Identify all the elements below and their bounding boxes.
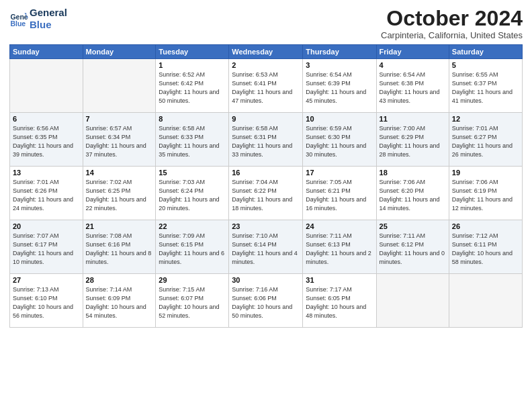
day-number: 3	[306, 61, 373, 69]
day-number: 11	[380, 115, 446, 123]
week-row: 6Sunrise: 6:56 AM Sunset: 6:35 PM Daylig…	[10, 113, 523, 167]
day-number: 23	[232, 222, 300, 230]
day-info: Sunrise: 7:04 AM Sunset: 6:22 PM Dayligh…	[232, 178, 300, 213]
day-number: 30	[232, 276, 300, 284]
day-number: 22	[159, 222, 226, 230]
day-cell: 6Sunrise: 6:56 AM Sunset: 6:35 PM Daylig…	[10, 113, 83, 167]
day-cell: 16Sunrise: 7:04 AM Sunset: 6:22 PM Dayli…	[229, 167, 303, 220]
day-info: Sunrise: 6:54 AM Sunset: 6:39 PM Dayligh…	[306, 71, 373, 105]
day-cell: 18Sunrise: 7:06 AM Sunset: 6:20 PM Dayli…	[376, 167, 449, 220]
page: General Blue General Blue October 2024 C…	[0, 0, 532, 411]
day-info: Sunrise: 7:08 AM Sunset: 6:16 PM Dayligh…	[86, 232, 153, 267]
day-cell: 5Sunrise: 6:55 AM Sunset: 6:37 PM Daylig…	[449, 59, 522, 113]
day-number: 6	[13, 115, 80, 123]
day-cell: 29Sunrise: 7:15 AM Sunset: 6:07 PM Dayli…	[156, 274, 229, 328]
day-number: 29	[159, 276, 226, 284]
header-row: SundayMondayTuesdayWednesdayThursdayFrid…	[10, 45, 523, 59]
day-info: Sunrise: 7:11 AM Sunset: 6:13 PM Dayligh…	[306, 232, 373, 267]
day-cell: 21Sunrise: 7:08 AM Sunset: 6:16 PM Dayli…	[83, 220, 156, 274]
day-header: Tuesday	[156, 45, 229, 59]
svg-text:Blue: Blue	[10, 19, 26, 28]
day-cell: 14Sunrise: 7:02 AM Sunset: 6:25 PM Dayli…	[83, 167, 156, 220]
day-header: Thursday	[303, 45, 376, 59]
calendar-table: SundayMondayTuesdayWednesdayThursdayFrid…	[9, 44, 523, 328]
day-info: Sunrise: 7:09 AM Sunset: 6:15 PM Dayligh…	[159, 232, 226, 267]
day-number: 1	[159, 61, 226, 69]
day-cell: 28Sunrise: 7:14 AM Sunset: 6:09 PM Dayli…	[83, 274, 156, 328]
day-info: Sunrise: 6:58 AM Sunset: 6:31 PM Dayligh…	[232, 124, 300, 159]
day-header: Sunday	[10, 45, 83, 59]
day-number: 16	[232, 169, 300, 177]
day-cell: 2Sunrise: 6:53 AM Sunset: 6:41 PM Daylig…	[229, 59, 303, 113]
day-number: 26	[452, 222, 519, 230]
day-info: Sunrise: 7:05 AM Sunset: 6:21 PM Dayligh…	[306, 178, 373, 213]
title-block: October 2024 Carpinteria, California, Un…	[381, 7, 523, 40]
day-info: Sunrise: 6:52 AM Sunset: 6:42 PM Dayligh…	[159, 71, 226, 105]
day-number: 5	[452, 61, 519, 69]
day-number: 19	[452, 169, 519, 177]
day-number: 25	[380, 222, 446, 230]
day-cell	[10, 59, 83, 113]
day-cell: 7Sunrise: 6:57 AM Sunset: 6:34 PM Daylig…	[83, 113, 156, 167]
day-number: 15	[159, 169, 226, 177]
day-number: 28	[86, 276, 153, 284]
day-cell: 4Sunrise: 6:54 AM Sunset: 6:38 PM Daylig…	[376, 59, 449, 113]
day-number: 27	[13, 276, 80, 284]
day-info: Sunrise: 6:55 AM Sunset: 6:37 PM Dayligh…	[452, 71, 519, 105]
day-number: 31	[306, 276, 373, 284]
week-row: 13Sunrise: 7:01 AM Sunset: 6:26 PM Dayli…	[10, 167, 523, 220]
day-info: Sunrise: 7:02 AM Sunset: 6:25 PM Dayligh…	[86, 178, 153, 213]
day-number: 14	[86, 169, 153, 177]
day-cell: 1Sunrise: 6:52 AM Sunset: 6:42 PM Daylig…	[156, 59, 229, 113]
day-cell: 26Sunrise: 7:12 AM Sunset: 6:11 PM Dayli…	[449, 220, 522, 274]
day-info: Sunrise: 7:06 AM Sunset: 6:19 PM Dayligh…	[452, 178, 519, 213]
location: Carpinteria, California, United States	[381, 30, 523, 40]
day-cell: 8Sunrise: 6:58 AM Sunset: 6:33 PM Daylig…	[156, 113, 229, 167]
day-cell: 11Sunrise: 7:00 AM Sunset: 6:29 PM Dayli…	[376, 113, 449, 167]
month-title: October 2024	[381, 7, 523, 30]
day-cell	[376, 274, 449, 328]
day-info: Sunrise: 7:07 AM Sunset: 6:17 PM Dayligh…	[13, 232, 80, 267]
day-header: Monday	[83, 45, 156, 59]
day-cell: 24Sunrise: 7:11 AM Sunset: 6:13 PM Dayli…	[303, 220, 376, 274]
day-header: Wednesday	[229, 45, 303, 59]
day-info: Sunrise: 6:53 AM Sunset: 6:41 PM Dayligh…	[232, 71, 300, 105]
day-info: Sunrise: 7:10 AM Sunset: 6:14 PM Dayligh…	[232, 232, 300, 267]
day-number: 9	[232, 115, 300, 123]
day-number: 17	[306, 169, 373, 177]
logo-line2: Blue	[30, 19, 67, 31]
day-info: Sunrise: 7:12 AM Sunset: 6:11 PM Dayligh…	[452, 232, 519, 267]
day-cell: 31Sunrise: 7:17 AM Sunset: 6:05 PM Dayli…	[303, 274, 376, 328]
day-cell: 22Sunrise: 7:09 AM Sunset: 6:15 PM Dayli…	[156, 220, 229, 274]
day-info: Sunrise: 7:03 AM Sunset: 6:24 PM Dayligh…	[159, 178, 226, 213]
day-info: Sunrise: 7:16 AM Sunset: 6:06 PM Dayligh…	[232, 285, 300, 320]
day-number: 24	[306, 222, 373, 230]
day-cell: 10Sunrise: 6:59 AM Sunset: 6:30 PM Dayli…	[303, 113, 376, 167]
day-cell	[449, 274, 522, 328]
day-number: 2	[232, 61, 300, 69]
day-cell: 30Sunrise: 7:16 AM Sunset: 6:06 PM Dayli…	[229, 274, 303, 328]
day-number: 13	[13, 169, 80, 177]
day-info: Sunrise: 6:59 AM Sunset: 6:30 PM Dayligh…	[306, 124, 373, 159]
day-info: Sunrise: 6:58 AM Sunset: 6:33 PM Dayligh…	[159, 124, 226, 159]
day-number: 20	[13, 222, 80, 230]
day-info: Sunrise: 7:15 AM Sunset: 6:07 PM Dayligh…	[159, 285, 226, 320]
day-cell: 15Sunrise: 7:03 AM Sunset: 6:24 PM Dayli…	[156, 167, 229, 220]
day-cell: 20Sunrise: 7:07 AM Sunset: 6:17 PM Dayli…	[10, 220, 83, 274]
day-number: 7	[86, 115, 153, 123]
day-number: 12	[452, 115, 519, 123]
day-number: 10	[306, 115, 373, 123]
logo: General Blue General Blue	[9, 7, 67, 31]
day-cell: 19Sunrise: 7:06 AM Sunset: 6:19 PM Dayli…	[449, 167, 522, 220]
day-info: Sunrise: 7:13 AM Sunset: 6:10 PM Dayligh…	[13, 285, 80, 320]
day-cell: 12Sunrise: 7:01 AM Sunset: 6:27 PM Dayli…	[449, 113, 522, 167]
day-info: Sunrise: 7:00 AM Sunset: 6:29 PM Dayligh…	[380, 124, 446, 159]
day-header: Friday	[376, 45, 449, 59]
day-cell: 27Sunrise: 7:13 AM Sunset: 6:10 PM Dayli…	[10, 274, 83, 328]
day-cell: 9Sunrise: 6:58 AM Sunset: 6:31 PM Daylig…	[229, 113, 303, 167]
header: General Blue General Blue October 2024 C…	[9, 7, 523, 40]
day-info: Sunrise: 7:11 AM Sunset: 6:12 PM Dayligh…	[380, 232, 446, 267]
day-info: Sunrise: 7:14 AM Sunset: 6:09 PM Dayligh…	[86, 285, 153, 320]
day-cell: 13Sunrise: 7:01 AM Sunset: 6:26 PM Dayli…	[10, 167, 83, 220]
logo-icon: General Blue	[9, 9, 28, 28]
